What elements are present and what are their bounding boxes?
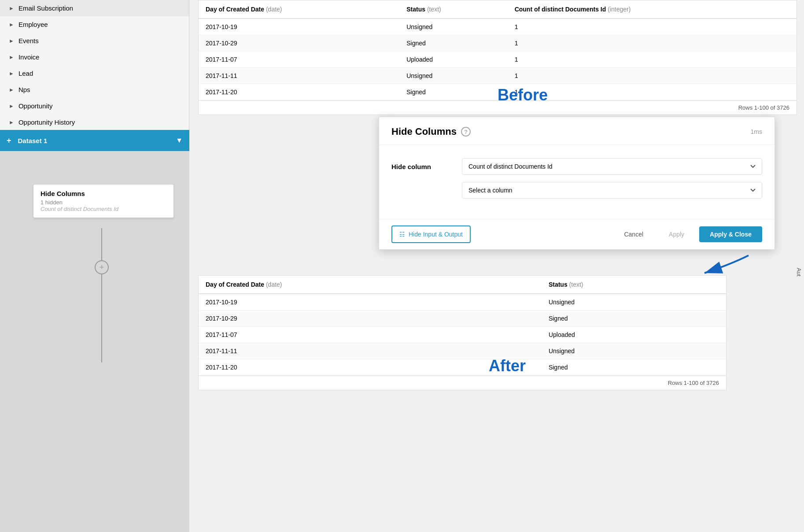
table-row: 2017-10-19 Unsigned 1 [199, 18, 797, 35]
sidebar: ► Email Subscription ► Employee ► Events… [0, 0, 189, 532]
cancel-button[interactable]: Cancel [613, 226, 654, 242]
sidebar-item-lead[interactable]: ► Lead [0, 65, 189, 81]
hide-column-select-1[interactable]: Count of distinct Documents Id Day of Cr… [462, 158, 762, 175]
hide-input-output-button[interactable]: ☷ Hide Input & Output [391, 225, 471, 243]
hide-column-label: Hide column [391, 163, 462, 170]
sidebar-item-invoice[interactable]: ► Invoice [0, 49, 189, 65]
table-row: 2017-11-07 Uploaded 1 [199, 52, 797, 68]
node-italic-text: Count of distinct Documents Id [41, 206, 166, 212]
chevron-icon: ► [9, 22, 14, 28]
after-data-table: Day of Created Date (date) Status (text)… [199, 276, 726, 376]
table-icon: ☷ [399, 231, 405, 238]
sidebar-items: ► Email Subscription ► Employee ► Events… [0, 0, 189, 130]
table-row: 2017-11-20 Signed [199, 359, 726, 376]
sidebar-item-nps[interactable]: ► Nps [0, 81, 189, 98]
table-row: 2017-10-29 Signed 1 [199, 35, 797, 52]
modal-body: Hide column Count of distinct Documents … [379, 145, 774, 219]
connector-line-bottom [101, 274, 102, 362]
canvas: Hide Columns 1 hidden Count of distinct … [0, 151, 189, 532]
right-edge-label: Aut [794, 264, 804, 280]
table-row: 2017-10-19 Unsigned [199, 294, 726, 310]
col-header-status: Status (text) [399, 0, 507, 18]
modal-title: Hide Columns ? [391, 126, 471, 137]
sidebar-item-email-subscription[interactable]: ► Email Subscription [0, 0, 189, 16]
after-table-footer: Rows 1-100 of 3726 [199, 376, 726, 390]
chevron-icon: ► [9, 103, 14, 109]
table-row: 2017-11-11 Unsigned 1 [199, 68, 797, 84]
hide-column-select-2[interactable]: Select a column Day of Created Date Stat… [462, 182, 762, 199]
table-row: 2017-10-29 Signed [199, 310, 726, 327]
chevron-icon: ► [9, 87, 14, 93]
modal-header: Hide Columns ? 1ms [379, 117, 774, 145]
add-column-row: Select a column Day of Created Date Stat… [391, 182, 762, 199]
after-annotation-label: After [489, 357, 526, 375]
col-header-count: Count of distinct Documents Id (integer) [508, 0, 797, 18]
chevron-icon: ► [9, 70, 14, 77]
sidebar-item-opportunity-history[interactable]: ► Opportunity History [0, 114, 189, 130]
add-step-button[interactable]: + [95, 260, 109, 274]
add-dataset-icon[interactable]: + [7, 136, 11, 145]
dataset-bar: + Dataset 1 ▼ [0, 130, 189, 151]
chevron-icon: ► [9, 38, 14, 44]
right-area: Day of Created Date (date) Status (text)… [189, 0, 804, 532]
table-row: 2017-11-11 Unsigned [199, 343, 726, 359]
apply-close-button[interactable]: Apply & Close [699, 226, 762, 242]
table-row: 2017-11-07 Uploaded [199, 327, 726, 343]
dataset-dropdown-icon[interactable]: ▼ [176, 137, 183, 144]
arrow-annotation [669, 247, 757, 282]
sidebar-item-events[interactable]: ► Events [0, 33, 189, 49]
chevron-icon: ► [9, 119, 14, 126]
apply-button[interactable]: Apply [658, 226, 695, 242]
after-col-header-date: Day of Created Date (date) [199, 276, 542, 294]
modal-footer: ☷ Hide Input & Output Cancel Apply Apply… [379, 219, 774, 249]
before-annotation-label: Before [498, 86, 548, 104]
node-title: Hide Columns [41, 190, 166, 197]
hide-columns-node[interactable]: Hide Columns 1 hidden Count of distinct … [33, 184, 174, 218]
sidebar-item-opportunity[interactable]: ► Opportunity [0, 98, 189, 114]
hide-column-row: Hide column Count of distinct Documents … [391, 158, 762, 175]
connector-line-top [101, 228, 102, 263]
help-icon[interactable]: ? [461, 127, 471, 137]
node-subtitle: 1 hidden [41, 199, 166, 206]
dataset-label: Dataset 1 [18, 137, 48, 144]
col-header-date: Day of Created Date (date) [199, 0, 399, 18]
hide-columns-modal: Hide Columns ? 1ms Hide column Count of … [379, 117, 775, 250]
chevron-icon: ► [9, 54, 14, 60]
after-table-section: Day of Created Date (date) Status (text)… [198, 275, 727, 390]
chevron-icon: ► [9, 5, 14, 11]
modal-time: 1ms [751, 128, 762, 135]
before-data-table: Day of Created Date (date) Status (text)… [199, 0, 797, 100]
sidebar-item-employee[interactable]: ► Employee [0, 16, 189, 33]
